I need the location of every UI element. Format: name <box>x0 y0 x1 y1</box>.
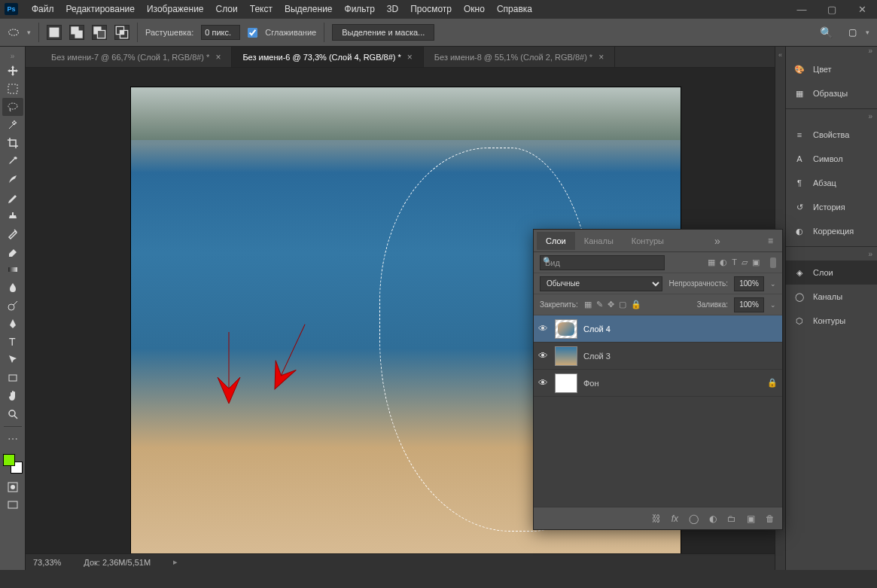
edit-toolbar-button[interactable]: ⋯ <box>2 430 23 448</box>
gradient-tool[interactable] <box>2 260 23 279</box>
document-tab[interactable]: Без имени-7 @ 66,7% (Слой 1, RGB/8#) *× <box>41 47 232 67</box>
rectangle-tool[interactable] <box>2 369 23 387</box>
panel-group-collapse[interactable]: » <box>786 112 877 123</box>
crop-tool[interactable] <box>2 134 23 152</box>
lock-image-icon[interactable]: ✎ <box>596 300 603 309</box>
layer-thumbnail[interactable] <box>555 373 577 393</box>
panel-menu-icon[interactable]: ≡ <box>762 236 779 246</box>
lasso-tool[interactable] <box>2 98 23 116</box>
feather-input[interactable] <box>201 25 240 40</box>
selection-subtract-button[interactable] <box>92 25 107 40</box>
filter-smart-icon[interactable]: ▣ <box>752 257 760 267</box>
document-tab[interactable]: Без имени-8 @ 55,1% (Слой 2, RGB/8#) *× <box>424 47 615 67</box>
fill-input[interactable] <box>734 297 764 312</box>
layer-thumbnail[interactable] <box>555 346 577 366</box>
delete-layer-icon[interactable]: 🗑 <box>766 513 775 524</box>
selection-new-button[interactable] <box>47 25 62 40</box>
panel-tab[interactable]: Контуры <box>623 232 673 250</box>
panel-group-collapse[interactable]: » <box>786 250 877 260</box>
filter-pixel-icon[interactable]: ▦ <box>708 257 715 267</box>
layer-thumbnail[interactable] <box>555 319 577 339</box>
panel-group-collapse[interactable]: » <box>786 47 877 57</box>
history-brush-tool[interactable] <box>2 224 23 242</box>
menu-изображение[interactable]: Изображение <box>141 2 210 17</box>
screen-mode-button[interactable] <box>2 496 23 514</box>
lock-all-icon[interactable]: 🔒 <box>631 300 641 309</box>
layer-row[interactable]: 👁Фон🔒 <box>534 370 782 397</box>
close-button[interactable]: ✕ <box>847 0 877 18</box>
foreground-color-swatch[interactable] <box>3 454 15 466</box>
brush-tool[interactable] <box>2 188 23 206</box>
new-group-icon[interactable]: 🗀 <box>727 513 736 524</box>
visibility-icon[interactable]: 👁 <box>538 377 549 388</box>
selection-intersect-button[interactable] <box>114 25 129 40</box>
tab-close-icon[interactable]: × <box>215 52 221 62</box>
layer-row[interactable]: 👁Слой 4 <box>534 315 782 343</box>
add-mask-icon[interactable]: ◯ <box>689 513 699 524</box>
pen-tool[interactable] <box>2 315 23 333</box>
filter-type-icon[interactable]: T <box>732 257 737 267</box>
panel-tab-свойства[interactable]: ≡Свойства <box>786 123 877 147</box>
filter-toggle[interactable] <box>770 257 776 268</box>
menu-файл[interactable]: Файл <box>26 2 60 17</box>
new-layer-icon[interactable]: ▣ <box>747 513 755 524</box>
panel-tab-образцы[interactable]: ▦Образцы <box>786 81 877 105</box>
workspace-icon[interactable]: ▢ <box>846 26 858 38</box>
layer-row[interactable]: 👁Слой 3 <box>534 343 782 370</box>
panel-tab-коррекция[interactable]: ◐Коррекция <box>786 219 877 243</box>
link-layers-icon[interactable]: ⛓ <box>652 513 661 524</box>
menu-просмотр[interactable]: Просмотр <box>404 2 458 17</box>
antialias-checkbox[interactable] <box>248 28 257 38</box>
menu-фильтр[interactable]: Фильтр <box>339 2 381 17</box>
color-swatches[interactable] <box>3 454 23 474</box>
document-tab[interactable]: Без имени-6 @ 73,3% (Слой 4, RGB/8#) *× <box>232 47 423 67</box>
menu-редактирование[interactable]: Редактирование <box>60 2 141 17</box>
panel-tab-символ[interactable]: AСимвол <box>786 147 877 171</box>
hand-tool[interactable] <box>2 387 23 405</box>
panel-tab-слои[interactable]: ◈Слои <box>786 260 877 285</box>
path-selection-tool[interactable] <box>2 351 23 369</box>
move-tool[interactable] <box>2 62 23 80</box>
workspace-dropdown[interactable]: ▾ <box>866 29 869 36</box>
marquee-tool[interactable] <box>2 80 23 98</box>
menu-текст[interactable]: Текст <box>244 2 279 17</box>
menu-3d[interactable]: 3D <box>381 2 404 17</box>
filter-adjust-icon[interactable]: ◐ <box>720 257 727 267</box>
blend-mode-select[interactable]: Обычные <box>540 276 662 291</box>
dodge-tool[interactable] <box>2 297 23 315</box>
menu-слои[interactable]: Слои <box>210 2 244 17</box>
healing-brush-tool[interactable] <box>2 170 23 188</box>
blur-tool[interactable] <box>2 279 23 297</box>
tab-close-icon[interactable]: × <box>598 52 604 62</box>
status-chevron-icon[interactable]: ▸ <box>173 557 178 567</box>
panel-tab-история[interactable]: ↺История <box>786 195 877 219</box>
panel-tab-абзац[interactable]: ¶Абзац <box>786 171 877 195</box>
dropdown-indicator[interactable]: ▾ <box>27 29 31 36</box>
panel-tab-каналы[interactable]: ◯Каналы <box>786 285 877 309</box>
select-and-mask-button[interactable]: Выделение и маска... <box>332 24 434 41</box>
layer-filter-select[interactable] <box>540 255 665 270</box>
layer-fx-icon[interactable]: fx <box>671 513 678 524</box>
doc-size[interactable]: Док: 2,36M/5,51M <box>84 558 151 567</box>
panel-tab[interactable]: Слои <box>537 232 575 250</box>
maximize-button[interactable]: ▢ <box>817 0 847 18</box>
panel-tab-цвет[interactable]: 🎨Цвет <box>786 57 877 81</box>
eyedropper-tool[interactable] <box>2 152 23 170</box>
opacity-input[interactable] <box>734 276 764 291</box>
lock-artboard-icon[interactable]: ▢ <box>619 300 626 309</box>
quick-mask-button[interactable] <box>2 478 23 496</box>
eraser-tool[interactable] <box>2 242 23 260</box>
minimize-button[interactable]: — <box>787 0 817 18</box>
lock-position-icon[interactable]: ✥ <box>608 300 614 309</box>
type-tool[interactable]: T <box>2 333 23 351</box>
panel-collapse-icon[interactable]: » <box>708 235 726 247</box>
search-icon[interactable]: 🔍 <box>820 26 833 38</box>
magic-wand-tool[interactable] <box>2 116 23 134</box>
menu-выделение[interactable]: Выделение <box>279 2 339 17</box>
panel-tab[interactable]: Каналы <box>575 232 623 250</box>
clone-stamp-tool[interactable] <box>2 206 23 224</box>
zoom-level[interactable]: 73,33% <box>33 558 61 567</box>
panel-tab-контуры[interactable]: ⬡Контуры <box>786 309 877 333</box>
fill-dropdown[interactable]: ⌄ <box>770 301 776 309</box>
filter-shape-icon[interactable]: ▱ <box>741 257 748 267</box>
